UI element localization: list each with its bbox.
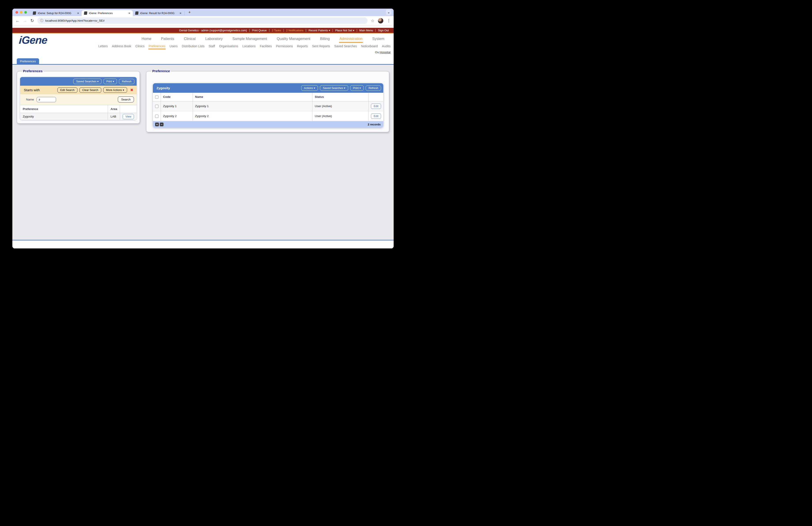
page-footer [12, 241, 394, 248]
new-tab-button[interactable]: + [187, 10, 192, 15]
clear-search-button[interactable]: Clear Search [79, 87, 101, 93]
page-tab-row: Preferences [12, 58, 394, 65]
nav-laboratory[interactable]: Laboratory [205, 37, 223, 41]
remove-row-button[interactable]: − [160, 123, 163, 126]
view-button[interactable]: View [123, 114, 134, 119]
subnav-locations[interactable]: Locations [242, 44, 256, 48]
edit-button[interactable]: Edit [371, 103, 381, 109]
igene-logo: iGene [18, 34, 48, 46]
table-row[interactable]: Zygosity LAB View [20, 113, 136, 120]
row-checkbox[interactable] [155, 115, 158, 118]
tab-strip: iGene: Setup for R24-000G ✕ iGene: Prefe… [12, 9, 394, 16]
table-row[interactable]: Zygosity 2 Zygosity 2 User (Active) Edit [153, 111, 383, 121]
subnav-noticeboard[interactable]: Noticeboard [361, 44, 378, 48]
nav-clinical[interactable]: Clinical [184, 37, 195, 41]
nav-patients[interactable]: Patients [161, 37, 174, 41]
print-dropdown[interactable]: Print ▾ [350, 85, 364, 91]
place-dropdown[interactable]: Place Not Set ▾ [335, 29, 354, 32]
browser-toolbar: ← → ↻ ⓘ localhost:8080/App/App.html?loca… [12, 16, 394, 25]
saved-searches-dropdown[interactable]: Saved Searches ▾ [320, 85, 348, 91]
tab-search-button[interactable]: ⌄ [386, 10, 391, 15]
search-button[interactable]: Search [118, 97, 134, 102]
subnav-clinics[interactable]: Clinics [135, 44, 145, 48]
name-cell: Zygosity 1 [193, 101, 313, 111]
igene-favicon [84, 12, 87, 15]
nav-administration[interactable]: Administration [339, 37, 363, 41]
zoom-window-button[interactable] [24, 11, 27, 14]
subnav-reports[interactable]: Reports [297, 44, 308, 48]
tab-setup[interactable]: iGene: Setup for R24-000G ✕ [30, 10, 82, 16]
browser-menu-icon[interactable]: ⋮ [387, 18, 391, 23]
nav-system[interactable]: System [372, 37, 385, 41]
nav-sample-management[interactable]: Sample Management [232, 37, 267, 41]
edit-button[interactable]: Edit [371, 114, 381, 119]
preferences-panel: Preferences Saved Searches ▾ Print ▾ Ref… [17, 69, 140, 124]
tasks-link[interactable]: 2 Tasks [272, 29, 281, 32]
actions-column-header [120, 105, 136, 113]
subnav-sent-reports[interactable]: Sent Reports [312, 44, 330, 48]
select-all-checkbox[interactable] [155, 95, 158, 99]
zygosity-table: Code Name Status Zygosity 1 Zygosity 1 U… [153, 93, 383, 121]
preferences-table: Preference Area Zygosity LAB View [20, 105, 136, 120]
saved-searches-dropdown[interactable]: Saved Searches ▾ [73, 79, 101, 84]
close-tab-icon[interactable]: ✕ [179, 12, 182, 15]
close-tab-icon[interactable]: ✕ [76, 12, 79, 15]
main-content: Preferences Saved Searches ▾ Print ▾ Ref… [12, 65, 394, 240]
subnav-staff[interactable]: Staff [209, 44, 215, 48]
profile-avatar[interactable] [378, 18, 383, 24]
address-bar[interactable]: ⓘ localhost:8080/App/App.html?locale=sv_… [37, 17, 367, 24]
subnav-distribution-lists[interactable]: Distribution Lists [182, 44, 205, 48]
table-row[interactable]: Zygosity 1 Zygosity 1 User (Active) Edit [153, 101, 383, 111]
ou-hospital-link[interactable]: Hospital [380, 51, 391, 54]
back-icon[interactable]: ← [15, 18, 20, 23]
edit-search-button[interactable]: Edit Search [57, 87, 77, 93]
notifications-link[interactable]: 2 Notifications [286, 29, 304, 32]
forward-icon[interactable]: → [23, 18, 27, 23]
preference-column-header: Preference [20, 105, 108, 113]
actions-dropdown[interactable]: Actions ▾ [301, 85, 318, 91]
page-tab-preferences[interactable]: Preferences [17, 58, 39, 64]
nav-quality-management[interactable]: Quality Management [277, 37, 310, 41]
minimize-window-button[interactable] [20, 11, 23, 14]
subnav-letters[interactable]: Letters [98, 44, 108, 48]
more-actions-dropdown[interactable]: More Actions ▾ [103, 87, 127, 93]
print-queue-link[interactable]: Print Queue [252, 29, 267, 32]
divider [284, 29, 284, 32]
nav-home[interactable]: Home [142, 37, 151, 41]
url-text[interactable]: localhost:8080/App/App.html?locale=sv_SE… [45, 19, 105, 22]
site-info-icon[interactable]: ⓘ [40, 19, 43, 23]
nav-billing[interactable]: Billing [320, 37, 330, 41]
subnav-organisations[interactable]: Organisations [219, 44, 238, 48]
tab-title: iGene: Result for R24-000G: [140, 12, 177, 15]
subnav-users[interactable]: Users [170, 44, 178, 48]
subnav-facilities[interactable]: Facilities [260, 44, 272, 48]
ou-row: Ou:Hospital [375, 51, 391, 54]
subnav-address-book[interactable]: Address Book [112, 44, 131, 48]
main-menu-link[interactable]: Main Menu [360, 29, 373, 32]
name-label: Name [26, 98, 34, 101]
navigation-column: Home Patients Clinical Laboratory Sample… [12, 33, 394, 58]
close-tab-icon[interactable]: ✕ [128, 12, 131, 15]
bookmark-star-icon[interactable]: ☆ [371, 18, 375, 23]
code-cell: Zygosity 2 [161, 111, 193, 121]
records-count: 2 records [367, 123, 381, 126]
subnav-preferences[interactable]: Preferences [149, 44, 165, 48]
refresh-button[interactable]: Refresh [366, 85, 381, 91]
tab-preferences[interactable]: iGene: Preferences ✕ [82, 10, 133, 16]
print-dropdown[interactable]: Print ▾ [103, 79, 117, 84]
refresh-button[interactable]: Refresh [119, 79, 134, 84]
tab-result[interactable]: iGene: Result for R24-000G: ✕ [133, 10, 184, 16]
sign-out-link[interactable]: Sign Out [378, 29, 389, 32]
divider [375, 29, 376, 32]
reload-icon[interactable]: ↻ [30, 18, 34, 23]
name-input[interactable] [37, 97, 56, 102]
close-window-button[interactable] [15, 11, 18, 14]
subnav-permissions[interactable]: Permissions [276, 44, 293, 48]
add-row-button[interactable]: + [155, 123, 159, 126]
subnav-audits[interactable]: Audits [382, 44, 391, 48]
row-checkbox[interactable] [155, 105, 158, 108]
recent-patients-dropdown[interactable]: Recent Patients ▾ [308, 29, 330, 32]
close-filter-icon[interactable]: ✖ [130, 88, 133, 92]
subnav-saved-searches[interactable]: Saved Searches [334, 44, 357, 48]
main-nav: Home Patients Clinical Laboratory Sample… [142, 37, 385, 41]
